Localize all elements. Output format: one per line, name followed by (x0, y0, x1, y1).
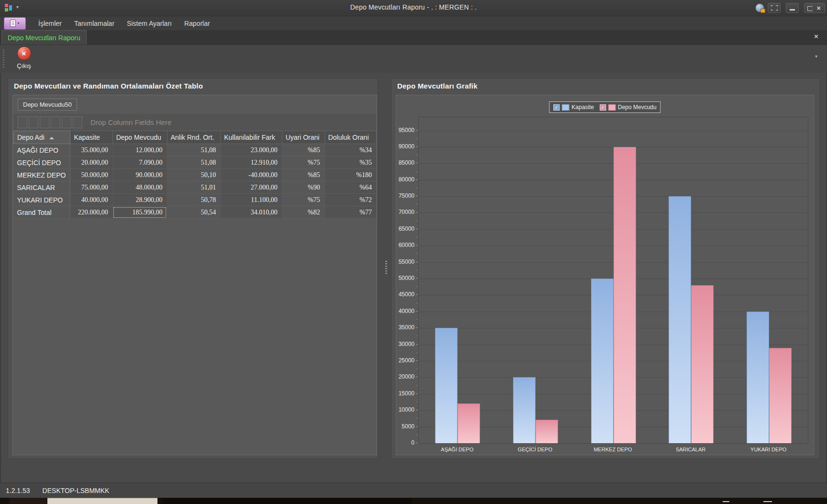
data-cell[interactable]: 50,10 (167, 169, 221, 181)
data-cell[interactable]: -40.000,00 (221, 169, 282, 181)
data-cell[interactable]: 35.000,00 (70, 144, 112, 157)
data-cell[interactable]: 23.000,00 (221, 144, 282, 157)
y-axis-label: 30000 (396, 341, 414, 347)
data-cell[interactable]: 50,54 (167, 206, 221, 219)
data-cell[interactable]: %77 (324, 206, 376, 219)
data-cell[interactable]: 51,01 (167, 181, 221, 194)
column-header-depo-mevcudu[interactable]: Depo Mevcudu (112, 131, 167, 144)
desktop-fragment (163, 498, 412, 504)
chevron-down-icon: ▾ (17, 21, 19, 25)
data-cell[interactable]: %35 (324, 157, 376, 169)
row-header-cell[interactable]: Grand Total (14, 206, 70, 219)
column-header-doluluk-orani[interactable]: Doluluk Orani (324, 131, 376, 144)
data-cell[interactable]: %75 (282, 157, 324, 169)
data-cell[interactable]: 51,08 (167, 157, 221, 169)
data-cell[interactable]: 90.000,00 (112, 169, 167, 181)
minimize-button[interactable] (786, 3, 799, 13)
data-cell[interactable]: 185.990,00 (112, 206, 167, 219)
data-cell[interactable]: 27.000,00 (221, 181, 282, 194)
menu-item-i-lemler[interactable]: İşlemler (38, 20, 62, 27)
data-cell[interactable]: 12.000,00 (112, 144, 167, 157)
y-axis-tick (416, 377, 418, 377)
table-row: GEÇİCİ DEPO20.000,007.090,0051,0812.910,… (14, 157, 377, 169)
data-cell[interactable]: 20.000,00 (70, 157, 112, 169)
drop-slot-icon (62, 116, 71, 128)
data-cell[interactable]: %82 (282, 206, 324, 219)
desktop-text-fragment (763, 501, 772, 502)
y-axis-minor-tick (416, 352, 418, 353)
y-axis-label: 5000 (396, 423, 414, 430)
globe-lock-icon (755, 3, 764, 12)
data-cell[interactable]: %90 (282, 181, 324, 194)
data-cell[interactable]: 75.000,00 (70, 181, 112, 194)
column-header-kullanilabilir-fark[interactable]: Kullanilabilir Fark (221, 131, 282, 144)
data-cell[interactable]: %64 (324, 181, 376, 194)
panel-splitter[interactable] (379, 78, 391, 459)
table-row: SARICALAR75.000,0048.000,0051,0127.000,0… (14, 181, 377, 194)
column-header-uyari-orani[interactable]: Uyari Orani (282, 131, 324, 144)
y-axis-minor-tick (416, 435, 418, 435)
y-axis-label: 60000 (396, 242, 414, 248)
column-header-kapasite[interactable]: Kapasite (70, 131, 112, 144)
close-button[interactable]: × (812, 3, 825, 13)
toolbar-grip[interactable] (3, 50, 4, 68)
bar-depo-mevcudu-aşaği-depo (458, 403, 480, 443)
menu-item-sistem-ayarlar-[interactable]: Sistem Ayarları (127, 20, 172, 27)
data-cell[interactable]: 40.000,00 (70, 194, 112, 206)
data-cell[interactable]: 48.000,00 (112, 181, 167, 194)
row-header-cell[interactable]: GEÇİCİ DEPO (14, 157, 70, 169)
data-cell[interactable]: %75 (282, 194, 324, 206)
data-cell[interactable]: 12.910,00 (221, 157, 282, 169)
row-header-cell[interactable]: MERKEZ DEPO (14, 169, 70, 181)
data-cell[interactable]: %85 (282, 144, 324, 157)
toolbar: × Çıkış ▾ (0, 45, 827, 73)
sort-ascending-icon (49, 137, 54, 139)
row-header-cell[interactable]: YUKARI DEPO (14, 194, 70, 206)
y-axis-tick (416, 278, 418, 279)
y-axis-tick (416, 179, 418, 180)
column-header-anlik-rnd-ort-[interactable]: Anlik Rnd. Ort. (167, 131, 221, 144)
summary-table-panel: Depo Mevcutları ve Randıman Ortalamaları… (8, 78, 378, 459)
desktop-fragment (10, 498, 47, 504)
y-axis-tick (416, 212, 418, 213)
pivot-table: Depo AdiKapasiteDepo MevcuduAnlik Rnd. O… (13, 131, 377, 219)
data-cell[interactable]: 50,78 (167, 194, 221, 206)
y-axis-tick (416, 393, 418, 394)
data-cell[interactable]: %180 (324, 169, 376, 181)
toolbar-overflow-caret-icon[interactable]: ▾ (815, 54, 817, 59)
row-header-cell[interactable]: AŞAĞI DEPO (14, 144, 70, 157)
data-cell[interactable]: 220.000,00 (70, 206, 112, 219)
y-axis-tick (416, 262, 418, 262)
data-cell[interactable]: 28.900,00 (112, 194, 167, 206)
data-field-chip[interactable]: Depo Mevcudu50 (18, 99, 77, 111)
chart-legend: ✓ Kapasite ✓ Depo Mevcudu (549, 101, 660, 113)
tab-close-icon[interactable]: × (814, 33, 818, 40)
data-cell[interactable]: 50.000,00 (70, 169, 112, 181)
y-axis-minor-tick (416, 270, 418, 270)
data-cell[interactable]: %85 (282, 169, 324, 181)
menu-item-tan-mlamalar[interactable]: Tanımlamalar (74, 20, 114, 27)
window-title: Depo Mevcutları Raporu - . : MERGEN : . (0, 3, 827, 11)
fit-screen-button[interactable] (768, 3, 781, 13)
application-menu-button[interactable]: ▾ (4, 17, 26, 30)
column-header-depo-adi[interactable]: Depo Adi (14, 131, 70, 144)
bar-kapasite-saricalar (669, 196, 691, 443)
column-fields-drop-area[interactable]: Drop Column Fields Here (13, 114, 376, 131)
data-cell[interactable]: 11.100,00 (221, 194, 282, 206)
menu-item-raporlar[interactable]: Raporlar (184, 20, 210, 27)
y-axis-tick (416, 163, 418, 163)
depo-mevcudu-checkbox[interactable]: ✓ (600, 104, 606, 111)
data-cell[interactable]: 7.090,00 (112, 157, 167, 169)
data-cell[interactable]: %34 (324, 144, 376, 157)
data-cell[interactable]: 51,08 (167, 144, 221, 157)
desktop-strip (0, 498, 827, 504)
kapasite-checkbox[interactable]: ✓ (553, 104, 559, 111)
row-header-cell[interactable]: SARICALAR (14, 181, 70, 194)
desktop-text-fragment (723, 501, 729, 502)
exit-button[interactable]: × Çıkış (9, 46, 39, 71)
drop-slot-icon (18, 116, 27, 128)
data-cell[interactable]: 34.010,00 (221, 206, 282, 219)
table-row: AŞAĞI DEPO35.000,0012.000,0051,0823.000,… (14, 144, 377, 157)
data-cell[interactable]: %72 (324, 194, 376, 206)
tab-depo-mevcutlari-raporu[interactable]: Depo Mevcutları Raporu (1, 30, 87, 45)
